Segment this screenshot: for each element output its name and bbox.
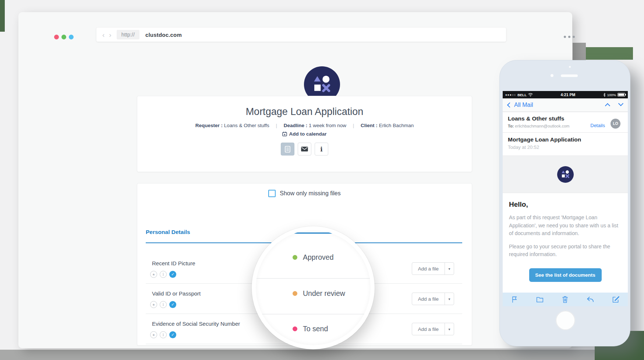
details-link[interactable]: Details (590, 123, 605, 128)
background-accent-top-left (0, 0, 5, 32)
mail-nav-bar: All Mail (503, 98, 628, 112)
stage: ‹ › http:// clustdoc.com Mortgage Loan A… (0, 0, 644, 360)
requester-label: Requester : (195, 123, 223, 128)
add-file-label[interactable]: Add a file (412, 323, 445, 335)
ios-status-bar: ●●●○○ BELL 4:21 PM 100% (503, 91, 628, 98)
logo-shapes-icon (562, 170, 569, 179)
doc-name: Valid ID or Passport (152, 290, 201, 297)
flag-icon[interactable] (511, 296, 518, 303)
background-accent-top-right (586, 47, 633, 60)
check-icon[interactable]: ✓ (169, 271, 176, 278)
email-subject-block: Mortgage Loan Application Today at 20:52 (503, 133, 628, 155)
avatar: LO (611, 119, 620, 129)
info-button[interactable]: i (315, 143, 328, 155)
envelope-icon (301, 147, 308, 151)
battery-icon (618, 93, 625, 97)
missing-files-filter: Show only missing files (137, 190, 472, 197)
info-icon[interactable]: i (160, 271, 167, 278)
star-icon[interactable]: ★ (150, 331, 157, 338)
window-close-button[interactable] (54, 35, 59, 39)
documents-view-button[interactable] (281, 143, 294, 155)
chevron-down-icon[interactable]: ▾ (445, 263, 454, 275)
email-paragraph: As part of this request 'Mortgage Loan A… (509, 214, 620, 238)
add-file-label[interactable]: Add a file (412, 263, 445, 275)
window-maximize-button[interactable] (69, 35, 74, 39)
next-message-icon[interactable] (618, 101, 623, 106)
email-to: To: erlichbachmann@outlook.com (508, 124, 623, 128)
doc-name: Recent ID Picture (152, 260, 195, 266)
email-logo-panel (503, 155, 628, 193)
forward-icon[interactable]: › (107, 31, 113, 38)
status-under-review: Under review (293, 289, 345, 298)
add-file-button[interactable]: Add a file ▾ (412, 323, 454, 335)
add-file-label[interactable]: Add a file (412, 293, 445, 305)
email-timestamp: Today at 20:52 (508, 144, 623, 150)
add-to-calendar-link[interactable]: Add to calendar (137, 131, 472, 137)
folder-icon[interactable] (536, 296, 544, 303)
compose-icon[interactable] (612, 296, 620, 303)
url-domain: clustdoc.com (145, 32, 182, 38)
add-file-button[interactable]: Add a file ▾ (412, 262, 454, 275)
browser-menu-icon[interactable] (564, 36, 575, 38)
client-value: Erlich Bachman (379, 123, 414, 128)
missing-files-label: Show only missing files (280, 190, 340, 197)
magnified-row-divider (256, 278, 371, 279)
url-scheme: http:// (117, 30, 139, 39)
url-bar[interactable]: ‹ › http:// clustdoc.com (96, 28, 506, 42)
to-label: To: (508, 124, 514, 128)
phone-sensor-dot (569, 66, 571, 68)
home-button[interactable] (556, 311, 575, 330)
previous-message-icon[interactable] (605, 103, 610, 108)
email-header: Loans & Other stuffs To: erlichbachmann@… (503, 112, 628, 133)
back-icon[interactable]: ‹ (100, 31, 107, 38)
document-icon (285, 146, 290, 153)
bluetooth-icon (603, 93, 606, 97)
doc-name: Evidence of Social Security Number (152, 321, 240, 327)
back-chevron-icon[interactable] (507, 102, 512, 108)
star-icon[interactable]: ★ (150, 271, 157, 278)
deadline-label: Deadline : (284, 123, 308, 128)
status-label: Approved (303, 253, 333, 262)
status-label: To send (303, 325, 328, 333)
requester-value: Loans & Other stuffs (224, 123, 269, 128)
meta-separator: | (270, 123, 282, 128)
missing-files-checkbox[interactable] (268, 190, 276, 197)
to-address: erlichbachmann@outlook.com (515, 124, 569, 128)
email-subject: Mortgage Loan Application (508, 136, 623, 143)
battery-percent-label: 100% (607, 93, 616, 97)
chevron-down-icon[interactable]: ▾ (445, 293, 454, 305)
calendar-icon (282, 132, 287, 136)
add-file-button[interactable]: Add a file ▾ (412, 293, 454, 305)
window-minimize-button[interactable] (61, 35, 66, 39)
check-icon[interactable]: ✓ (169, 331, 176, 338)
client-label: Client : (361, 123, 378, 128)
status-label: Under review (303, 289, 345, 298)
check-icon[interactable]: ✓ (169, 301, 176, 308)
page-title: Mortgage Loan Application (137, 106, 472, 118)
star-icon[interactable]: ★ (150, 301, 157, 308)
magnifier-lens: Approved Under review To send (252, 226, 375, 349)
logo-shapes-icon (314, 76, 330, 94)
all-mail-back-button[interactable]: All Mail (514, 102, 533, 108)
background-band (0, 350, 644, 360)
see-documents-button[interactable]: See the list of documents (529, 268, 602, 282)
add-to-calendar-label: Add to calendar (289, 131, 326, 137)
carrier-label: BELL (517, 93, 527, 97)
trash-icon[interactable] (562, 296, 569, 303)
wifi-icon (528, 93, 533, 97)
phone-speaker (561, 74, 578, 77)
doc-badges: ★ i ✓ (150, 271, 176, 278)
email-greeting: Hello, (509, 200, 622, 209)
phone-screen: ●●●○○ BELL 4:21 PM 100% (503, 91, 628, 306)
chevron-down-icon[interactable]: ▾ (445, 323, 454, 335)
info-icon[interactable]: i (160, 301, 167, 308)
phone-mockup: ●●●○○ BELL 4:21 PM 100% (499, 60, 630, 346)
email-paragraph: Please go to your secure portal to share… (509, 243, 620, 259)
tab-personal-details[interactable]: Personal Details (146, 229, 190, 235)
signal-strength-icon: ●●●○○ (505, 93, 516, 97)
info-icon[interactable]: i (160, 331, 167, 338)
email-body: Hello, As part of this request 'Mortgage… (503, 193, 628, 282)
reply-icon[interactable] (586, 296, 594, 303)
message-button[interactable] (298, 143, 311, 155)
mail-toolbar (503, 293, 628, 306)
